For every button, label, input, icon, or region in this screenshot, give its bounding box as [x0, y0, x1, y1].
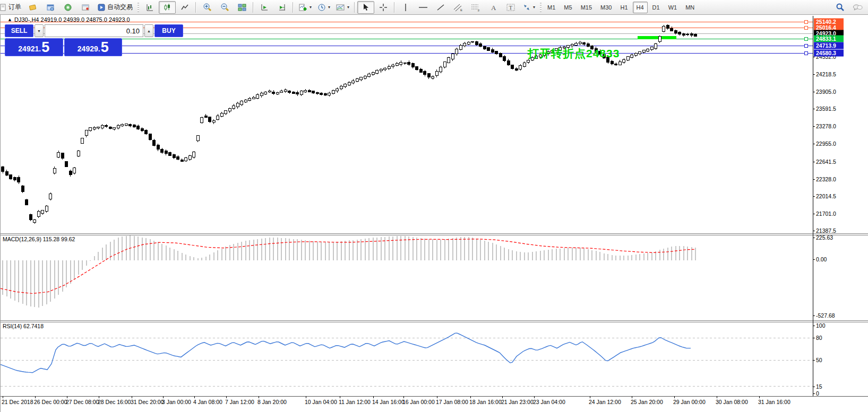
- zoom-out-icon: [220, 3, 229, 12]
- history-button[interactable]: [24, 1, 41, 14]
- timeframe-button-M1[interactable]: M1: [544, 2, 559, 13]
- toolbar-separator: [293, 2, 294, 13]
- rsi-axis-label: 0: [816, 390, 819, 397]
- price-tick-label: 21387.5: [816, 227, 836, 234]
- timeframe-button-M5[interactable]: M5: [560, 2, 575, 13]
- timeframe-button-H1[interactable]: H1: [616, 2, 631, 13]
- sell-price-display[interactable]: 24921. 5: [5, 38, 63, 56]
- one-click-trading-panel: SELL ▼ ▲ BUY 24921. 5 24929. 5: [5, 24, 122, 56]
- crosshair-icon: [379, 3, 388, 12]
- price-tick-label: 23591.5: [816, 106, 836, 112]
- zoom-in-button[interactable]: [199, 1, 216, 14]
- rsi-axis-label: 50: [816, 357, 822, 363]
- timeframe-button-H4[interactable]: H4: [633, 2, 648, 13]
- line-chart-icon: [181, 3, 189, 12]
- text-button[interactable]: A: [485, 1, 502, 14]
- template-button[interactable]: ▾: [333, 1, 352, 14]
- cursor-button[interactable]: [357, 1, 374, 14]
- time-axis-label: 26 Dec 00:00: [34, 399, 67, 405]
- buy-price-main: 24929.: [78, 43, 100, 55]
- time-axis-label: 21 Jan 23:00: [501, 399, 534, 405]
- new-order-button[interactable]: 订单: [0, 1, 24, 14]
- toolbar-separator: [354, 2, 355, 13]
- svg-text:T: T: [509, 4, 513, 11]
- chart-shift-button[interactable]: [273, 1, 290, 14]
- chart-expander-icon[interactable]: ▲: [7, 17, 12, 22]
- fibonacci-button[interactable]: F: [467, 1, 484, 14]
- toolbar-grip: [540, 3, 542, 12]
- add-indicator-button[interactable]: ▾: [296, 1, 314, 14]
- candlestick-chart-button[interactable]: [159, 1, 176, 14]
- search-icon: [836, 3, 845, 12]
- crosshair-button[interactable]: [375, 1, 392, 14]
- rsi-axis-label: 80: [816, 335, 822, 341]
- line-chart-button[interactable]: [176, 1, 193, 14]
- ohlc-header: DJ30-,H4 24919.0 24939.0 24875.0 24923.0: [14, 16, 130, 23]
- time-axis-label: 29 Jan 00:00: [673, 399, 706, 405]
- channel-icon: E: [453, 3, 463, 12]
- time-axis-label: 7 Jan 12:00: [225, 399, 254, 405]
- chat-icon: [853, 3, 863, 12]
- auto-scroll-button[interactable]: [256, 1, 273, 14]
- add-indicator-icon: [298, 3, 307, 12]
- timeframe-button-MN[interactable]: MN: [682, 2, 698, 13]
- navigator-button[interactable]: [59, 1, 76, 14]
- bar-chart-button[interactable]: [141, 1, 158, 14]
- volume-increase-button[interactable]: ▲: [144, 24, 153, 37]
- time-axis-label: 31 Dec 20:00: [131, 399, 164, 405]
- market-watch-button[interactable]: [42, 1, 59, 14]
- price-tick-label: 22955.0: [816, 141, 836, 147]
- chart-window[interactable]: ▲ DJ30-,H4 24919.0 24939.0 24875.0 24923…: [0, 15, 868, 412]
- buy-button[interactable]: BUY: [154, 24, 183, 37]
- time-axis-label: 3 Jan 00:00: [162, 399, 191, 405]
- price-tick-label: 23905.0: [816, 89, 836, 95]
- template-icon: [336, 3, 345, 12]
- terminal-button[interactable]: [77, 1, 94, 14]
- period-button[interactable]: ▾: [315, 1, 333, 14]
- text-label-button[interactable]: T: [502, 1, 519, 14]
- toolbar-separator: [253, 2, 254, 13]
- level-price-tag: 24833.1: [814, 36, 844, 42]
- terminal-icon: [81, 3, 90, 12]
- volume-decrease-button[interactable]: ▼: [35, 24, 44, 37]
- buy-price-display[interactable]: 24929. 5: [64, 38, 123, 56]
- trendline-button[interactable]: [432, 1, 449, 14]
- rsi-axis-label: 100: [816, 322, 826, 329]
- arrows-button[interactable]: ▾: [520, 1, 538, 14]
- svg-text:E: E: [460, 8, 462, 12]
- timeframe-button-D1[interactable]: D1: [649, 2, 664, 13]
- horizontal-line-button[interactable]: [415, 1, 432, 14]
- fibonacci-icon: F: [471, 3, 480, 12]
- autotrade-button[interactable]: 自动交易: [94, 1, 135, 14]
- new-order-icon: [0, 4, 7, 11]
- channel-button[interactable]: E: [450, 1, 467, 14]
- toolbar-grip: [137, 3, 139, 12]
- svg-text:F: F: [478, 9, 480, 12]
- zoom-out-button[interactable]: [216, 1, 233, 14]
- autotrade-icon: [97, 3, 106, 12]
- period-clock-icon: [317, 3, 326, 12]
- macd-indicator-label: MACD(12,26,9) 115.28 99.62: [3, 236, 75, 242]
- arrows-caret: ▾: [533, 5, 535, 10]
- search-button[interactable]: [831, 1, 848, 14]
- bar-chart-icon: [145, 3, 154, 12]
- time-axis-label: 16 Jan 00:00: [402, 399, 435, 405]
- volume-input[interactable]: [45, 24, 143, 37]
- chat-button[interactable]: [849, 1, 866, 14]
- navigator-icon: [64, 3, 72, 12]
- sell-button[interactable]: SELL: [5, 24, 33, 37]
- chart-annotation-text: 打开转折点24833: [528, 46, 620, 61]
- timeframe-button-M30[interactable]: M30: [597, 2, 615, 13]
- price-tick-label: 21701.0: [816, 211, 836, 217]
- cursor-icon: [362, 3, 369, 11]
- timeframe-button-M15[interactable]: M15: [577, 2, 596, 13]
- zoom-in-icon: [203, 3, 212, 12]
- timeframe-button-W1[interactable]: W1: [665, 2, 681, 13]
- auto-scroll-icon: [260, 3, 269, 12]
- tile-windows-button[interactable]: [234, 1, 251, 14]
- period-caret: ▾: [328, 5, 330, 10]
- toolbar-separator: [394, 2, 395, 13]
- level-price-tag: 24713.9: [814, 42, 844, 49]
- text-icon: A: [489, 3, 497, 12]
- vertical-line-button[interactable]: [397, 1, 414, 14]
